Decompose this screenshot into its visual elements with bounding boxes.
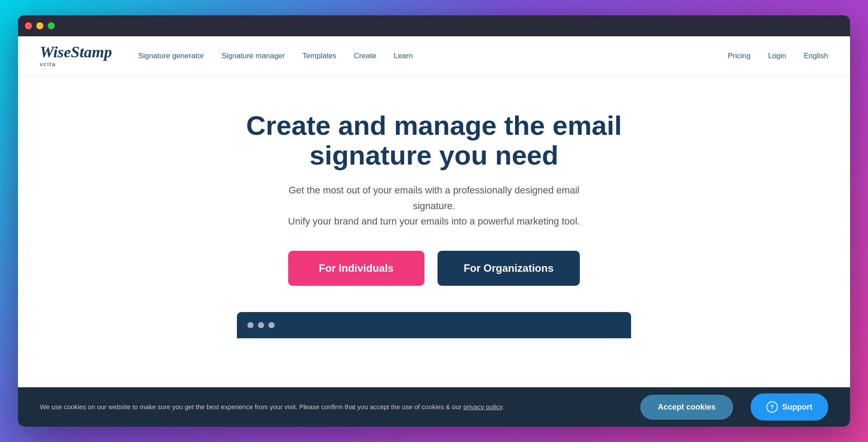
logo[interactable]: WiseStamp vcita (40, 44, 112, 67)
nav-right: Pricing Login English (728, 52, 828, 60)
cookie-message: We use cookies on our website to make su… (40, 402, 623, 412)
logo-text: WiseStamp (40, 44, 112, 60)
for-individuals-button[interactable]: For Individuals (288, 251, 424, 286)
support-button[interactable]: ? Support (751, 393, 828, 421)
accept-cookies-button[interactable]: Accept cookies (640, 395, 733, 420)
cta-buttons: For Individuals For Organizations (288, 251, 580, 286)
traffic-lights (25, 22, 55, 29)
cookie-text-content: We use cookies on our website to make su… (40, 403, 462, 410)
nav-login[interactable]: Login (768, 52, 787, 60)
preview-dot-1 (247, 322, 254, 328)
for-organizations-button[interactable]: For Organizations (438, 251, 580, 286)
title-bar (18, 15, 850, 36)
browser-window: WiseStamp vcita Signature generator Sign… (18, 15, 850, 427)
hero-title: Create and manage the email signature yo… (193, 111, 675, 170)
hero-subtitle-line1: Get the most out of your emails with a p… (289, 185, 579, 211)
hero-subtitle: Get the most out of your emails with a p… (281, 182, 587, 229)
preview-dot-2 (258, 322, 264, 328)
navbar: WiseStamp vcita Signature generator Sign… (18, 36, 850, 76)
nav-learn[interactable]: Learn (394, 52, 413, 60)
close-button[interactable] (25, 22, 32, 29)
nav-pricing[interactable]: Pricing (728, 52, 751, 60)
hero-subtitle-line2: Unify your brand and turn your emails in… (288, 216, 580, 227)
hero-section: Create and manage the email signature yo… (18, 76, 850, 427)
cookie-bar: We use cookies on our website to make su… (18, 387, 850, 427)
maximize-button[interactable] (48, 22, 55, 29)
support-icon: ? (766, 401, 778, 413)
preview-dot-3 (268, 322, 275, 328)
logo-sub: vcita (40, 61, 56, 67)
nav-signature-generator[interactable]: Signature generator (138, 52, 204, 60)
nav-create[interactable]: Create (354, 52, 376, 60)
nav-links: Signature generator Signature manager Te… (138, 52, 728, 60)
nav-signature-manager[interactable]: Signature manager (222, 52, 285, 60)
privacy-policy-link[interactable]: privacy policy (463, 403, 502, 410)
nav-language[interactable]: English (804, 52, 828, 60)
minimize-button[interactable] (36, 22, 43, 29)
content-area: WiseStamp vcita Signature generator Sign… (18, 36, 850, 427)
nav-templates[interactable]: Templates (303, 52, 336, 60)
support-label: Support (782, 403, 812, 412)
preview-bar (237, 312, 631, 338)
